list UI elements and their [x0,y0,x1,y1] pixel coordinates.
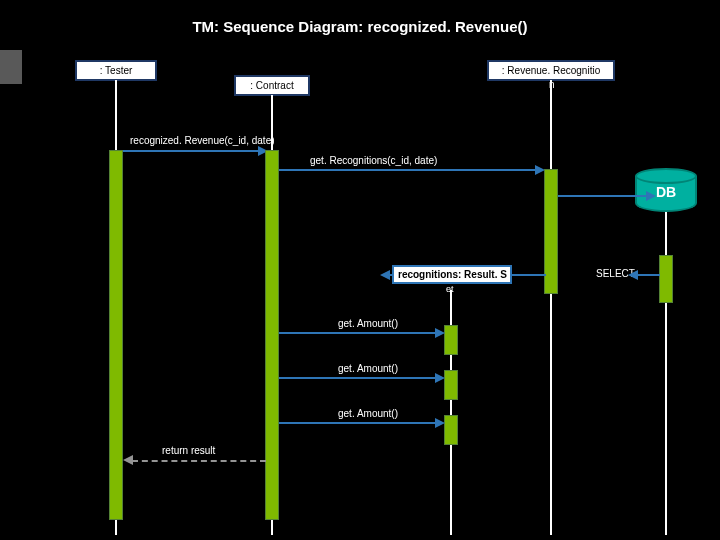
arrow-ga1 [279,332,437,334]
arrow-result-right-head [628,270,638,280]
msg-return: return result [162,445,215,456]
lifeline-revrec [550,80,552,535]
msg-getamount-3: get. Amount() [338,408,398,419]
activation-tester [109,150,123,520]
arrow-return [132,460,266,462]
db-label: DB [635,184,697,200]
activation-contract [265,150,279,520]
arrow-result-left [512,274,546,276]
activation-db [659,255,673,303]
msg-recognized-revenue: recognized. Revenue(c_id, date) [130,135,275,146]
msg-getamount-2: get. Amount() [338,363,398,374]
arrow-return-head [123,455,133,465]
arrow-ga1-head [435,328,445,338]
decorative-block [0,50,22,84]
arrow-ga2 [279,377,437,379]
result-sub: et [446,284,454,294]
msg-getamount-1: get. Amount() [338,318,398,329]
arrow-ga2-head [435,373,445,383]
activation-result-1 [444,325,458,355]
result-box: recognitions: Result. S [392,265,512,284]
msg-get-recognitions: get. Recognitions(c_id, date) [310,155,437,166]
arrow-result-right [638,274,660,276]
arrow-m1 [122,150,260,152]
arrow-m2 [279,169,537,171]
activation-result-2 [444,370,458,400]
arrow-ga3 [279,422,437,424]
arrow-result-left-head [380,270,390,280]
arrow-ga3-head [435,418,445,428]
participant-revrec: : Revenue. Recognitio [487,60,615,81]
participant-contract: : Contract [234,75,310,96]
arrow-result-left2 [390,274,394,276]
activation-revrec [544,169,558,294]
participant-tester: : Tester [75,60,157,81]
activation-result-3 [444,415,458,445]
diagram-title: TM: Sequence Diagram: recognized. Revenu… [0,18,720,35]
